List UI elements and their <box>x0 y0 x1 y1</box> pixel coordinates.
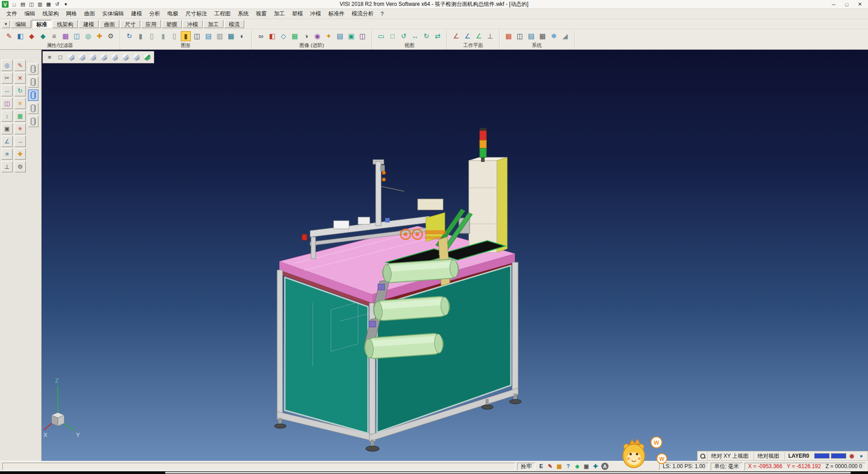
menu-item[interactable]: 曲面 <box>80 9 99 19</box>
offset-icon[interactable]: ≡ <box>14 98 26 109</box>
shaded-cube-icon[interactable] <box>142 52 152 62</box>
menu-item[interactable]: 实体编辑 <box>99 9 127 19</box>
iso-view-se-icon[interactable] <box>77 52 87 62</box>
change-attributes-icon[interactable]: ✎ <box>4 31 14 41</box>
minimize-button[interactable]: ─ <box>827 0 840 9</box>
snap-icon[interactable]: ✚ <box>14 148 26 160</box>
quick-select-icon[interactable]: ✚ <box>94 31 104 41</box>
compare-view-icon[interactable]: ◫ <box>358 31 368 41</box>
layers-icon[interactable]: ≡ <box>1 148 13 160</box>
settings-icon[interactable]: ⚙ <box>14 161 26 172</box>
stereo-glasses-icon[interactable]: ∞ <box>256 31 266 41</box>
vertical-mast[interactable] <box>373 160 404 226</box>
viewbar-menu-icon[interactable]: ≡ <box>45 52 54 62</box>
snap-lock-label[interactable]: 拴牢 <box>517 463 535 470</box>
snowflake-icon[interactable]: ❄ <box>549 31 559 41</box>
group-icon[interactable]: ▣ <box>1 123 13 134</box>
menu-item[interactable]: 线架构 <box>39 9 62 19</box>
viewport-3d-scene[interactable]: Z X Y <box>42 50 868 461</box>
explode-icon[interactable]: ✳ <box>14 123 26 134</box>
capture-image-icon[interactable]: ▣ <box>346 31 356 41</box>
filter-elements-icon[interactable]: ◆ <box>27 31 37 41</box>
menu-item[interactable]: 分析 <box>146 9 164 19</box>
tab-button[interactable]: 加工 <box>203 20 223 28</box>
print-icon[interactable]: ▥ <box>36 1 44 8</box>
filter-layers-icon[interactable]: ◆ <box>38 31 48 41</box>
wireframe-filter-button[interactable] <box>28 90 38 101</box>
signal-tower-light[interactable] <box>480 128 486 162</box>
tab-button[interactable]: 模流 <box>224 20 244 28</box>
tab-dropdown-button[interactable]: ▼ <box>2 20 10 28</box>
grid-indicator-icon[interactable]: ▣ <box>582 463 590 470</box>
hidden-line-mode-icon[interactable]: ▮ <box>158 31 168 41</box>
refresh-view-icon[interactable]: ⇄ <box>433 31 443 41</box>
color-table-icon[interactable]: ▦ <box>504 31 514 41</box>
rotate-view-icon[interactable]: ↻ <box>421 31 431 41</box>
tab-button[interactable]: 编辑 <box>11 20 31 28</box>
solids-filter-button[interactable] <box>28 63 38 75</box>
zoom-previous-icon[interactable]: ↺ <box>399 31 409 41</box>
workplane-view-icon[interactable]: ∠ <box>462 31 472 41</box>
transparency-mode-icon[interactable]: ▮ <box>181 31 191 41</box>
undo-icon[interactable]: ↺ <box>53 1 61 8</box>
grid-settings-icon[interactable]: ▦ <box>538 31 547 41</box>
ucs-icon[interactable]: ⊥ <box>1 161 13 172</box>
lighting-icon[interactable]: ✦ <box>324 31 334 41</box>
assist-icon[interactable]: ✚ <box>591 463 599 470</box>
assistant-badge[interactable]: A <box>601 463 609 470</box>
viewport-3d[interactable]: Z X Y ≡□ 绝对 XY 上视图 绝对视图 LAYER0 ◉● <box>42 50 868 461</box>
move-icon[interactable]: ↔ <box>1 85 13 96</box>
render-options-icon[interactable]: ◐ <box>237 31 247 41</box>
sheet-display-icon[interactable]: ▤ <box>203 31 213 41</box>
wireframe-mode-icon[interactable]: ▯ <box>147 31 157 41</box>
tab-button[interactable]: 线架构 <box>52 20 78 28</box>
edge-highlight-icon[interactable]: ◇ <box>278 31 288 41</box>
clipboard-display-icon[interactable]: ◫ <box>192 31 202 41</box>
surfaces-filter-button[interactable] <box>28 76 38 88</box>
tab-button[interactable]: 冲模 <box>183 20 203 28</box>
filter-settings-icon[interactable]: ⚙ <box>106 31 116 41</box>
shadow-view-icon[interactable]: ◑ <box>301 31 311 41</box>
menu-item[interactable]: 工程图 <box>211 9 234 19</box>
mirror-icon[interactable]: ◫ <box>1 98 13 109</box>
menu-item[interactable]: 加工 <box>270 9 288 19</box>
markup-icon[interactable]: ✎ <box>546 463 554 470</box>
horizontal-scrollbar[interactable] <box>0 471 868 474</box>
menu-item[interactable]: 电极 <box>164 9 182 19</box>
array-icon[interactable]: ▦ <box>14 110 26 122</box>
zoom-all-icon[interactable]: ▭ <box>376 31 386 41</box>
database-icon[interactable]: ▤ <box>526 31 536 41</box>
copy-attributes-icon[interactable]: ◧ <box>15 31 25 41</box>
section-view-icon[interactable]: ◧ <box>267 31 277 41</box>
save-icon[interactable]: ◫ <box>28 1 35 8</box>
right-view-cube-icon[interactable] <box>110 52 119 62</box>
workplane-entity-icon[interactable]: ∠ <box>474 31 484 41</box>
dynamic-hide-icon[interactable]: ▯ <box>170 31 179 41</box>
entity-mask-icon[interactable]: ◫ <box>72 31 82 41</box>
maximize-button[interactable]: □ <box>840 0 853 9</box>
menu-item[interactable]: 塑模 <box>288 9 307 19</box>
material-ramp-icon[interactable]: ◢ <box>560 31 570 41</box>
top-view-cube-icon[interactable] <box>88 52 98 62</box>
cream-box[interactable] <box>418 199 443 210</box>
tab-button[interactable]: 曲面 <box>99 20 119 28</box>
delete-icon[interactable]: ✕ <box>14 72 26 84</box>
front-view-cube-icon[interactable] <box>99 52 108 62</box>
menu-item[interactable]: 冲模 <box>307 9 325 19</box>
reflection-view-icon[interactable]: ◉ <box>312 31 322 41</box>
snap-indicator-icon[interactable]: ◈ <box>573 463 581 470</box>
workplane-xy-icon[interactable]: ∠ <box>451 31 461 41</box>
active-layer-label[interactable]: LAYER0 <box>784 452 813 460</box>
visibility-filter-icon[interactable]: ◎ <box>83 31 93 41</box>
tab-button[interactable]: 尺寸 <box>120 20 140 28</box>
table-display-icon[interactable]: ▦ <box>226 31 236 41</box>
redraw-icon[interactable]: ↻ <box>124 31 134 41</box>
menu-item[interactable]: 网格 <box>62 9 80 19</box>
workplane-settings-icon[interactable]: ⊥ <box>485 31 495 41</box>
monitor-icon[interactable]: ◫ <box>515 31 525 41</box>
zoom-window-icon[interactable]: □ <box>387 31 397 41</box>
view-blank-icon[interactable]: □ <box>56 52 65 62</box>
plot-icon[interactable]: ▦ <box>45 1 52 8</box>
measure-icon[interactable]: ∠ <box>1 136 13 147</box>
capture-status-icon[interactable]: ◉ <box>848 452 856 460</box>
